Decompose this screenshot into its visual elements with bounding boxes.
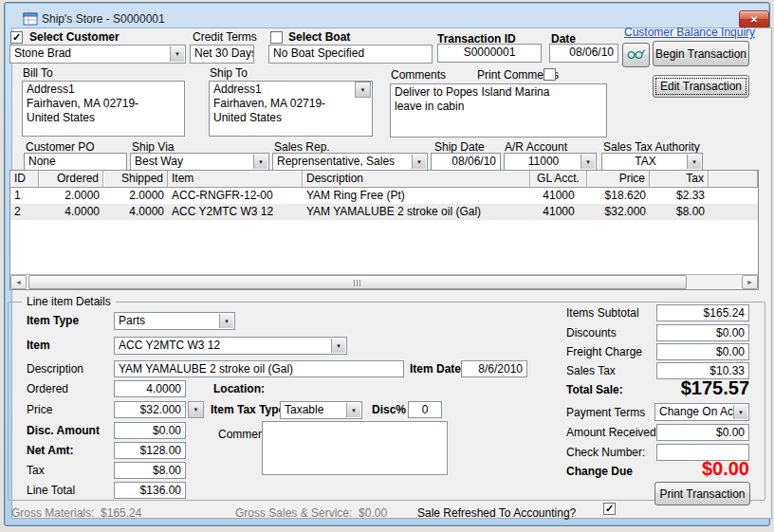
table-row[interactable]: 24.00004.0000ACC Y2MTC W3 12YAM YAMALUBE… xyxy=(10,204,758,220)
description-field[interactable]: YAM YAMALUBE 2 stroke oil (Gal) xyxy=(114,360,404,377)
table-cell: 4.0000 xyxy=(103,204,168,220)
table-cell: 2.0000 xyxy=(103,188,168,204)
table-cell: $32.000 xyxy=(587,204,650,220)
scrollbar-track[interactable] xyxy=(27,275,742,289)
dropdown-arrow-icon[interactable]: ▼ xyxy=(253,155,267,169)
dropdown-arrow-icon[interactable]: ▼ xyxy=(331,339,345,353)
scroll-left-icon[interactable]: ◄ xyxy=(10,275,27,289)
disc-amount-label: Disc. Amount xyxy=(27,424,100,437)
price-field[interactable]: $32.000 xyxy=(114,401,186,418)
dropdown-arrow-icon[interactable]: ▼ xyxy=(170,46,184,62)
print-comments-checkbox[interactable] xyxy=(544,68,556,81)
items-grid-body: 12.00002.0000ACC-RNGFR-12-00YAM Ring Fre… xyxy=(10,188,758,220)
credit-terms-label: Credit Terms xyxy=(193,30,257,44)
column-header[interactable] xyxy=(709,171,758,188)
edit-transaction-button[interactable]: Edit Transaction xyxy=(653,75,749,98)
net-amt-field[interactable]: $128.00 xyxy=(114,442,186,459)
transaction-id-field[interactable]: S0000001 xyxy=(437,44,542,63)
screen: Ship's Store - S0000001 ✕ ✓ Select Custo… xyxy=(0,0,774,532)
disc-pct-field[interactable]: 0 xyxy=(408,401,442,418)
ship-date-field[interactable]: 08/06/10 xyxy=(431,153,501,171)
amount-received-field[interactable]: $0.00 xyxy=(656,424,749,441)
begin-transaction-button[interactable]: Begin Transaction xyxy=(653,41,749,66)
customer-po-field[interactable]: None xyxy=(24,153,127,171)
discounts-field[interactable]: $0.00 xyxy=(656,324,749,341)
total-sale-label: Total Sale: xyxy=(566,383,623,396)
sales-tax-authority-select[interactable]: TAX ▼ xyxy=(601,153,703,171)
sales-rep-select[interactable]: Reprensentative, Sales ▼ xyxy=(272,153,428,171)
ship-to-box[interactable]: Address1 Fairhaven, MA 02719- United Sta… xyxy=(209,81,373,137)
disc-amount-field[interactable]: $0.00 xyxy=(114,422,186,439)
line-total-field[interactable]: $136.00 xyxy=(114,482,186,499)
column-header[interactable]: Ordered xyxy=(39,171,103,188)
ship-via-value: Best Way xyxy=(135,155,183,168)
dropdown-arrow-icon[interactable]: ▼ xyxy=(687,155,701,169)
price-dropdown-icon[interactable]: ▼ xyxy=(188,401,204,418)
customer-balance-inquiry-link[interactable]: Customer Balance Inquiry xyxy=(624,26,755,39)
column-header[interactable]: Price xyxy=(587,171,650,188)
ship-to-label: Ship To xyxy=(210,66,248,80)
line-tax-field[interactable]: $8.00 xyxy=(114,462,186,479)
scrollbar-grip xyxy=(354,280,362,286)
sale-refreshed-label: Sale Refreshed To Accounting? xyxy=(417,506,576,520)
dropdown-arrow-icon[interactable]: ▼ xyxy=(346,403,360,417)
comments-box[interactable]: Deliver to Popes Island Marina leave in … xyxy=(390,83,607,138)
column-header[interactable]: ID xyxy=(10,171,39,188)
bill-to-box[interactable]: Address1 Fairhaven, MA 02719- United Sta… xyxy=(22,81,185,137)
dropdown-arrow-icon[interactable]: ▼ xyxy=(412,155,426,169)
line-total-label: Line Total xyxy=(27,484,75,497)
item-tax-type-select[interactable]: Taxable ▼ xyxy=(280,401,362,419)
sales-rep-value: Reprensentative, Sales xyxy=(277,155,395,168)
items-subtotal-field: $165.24 xyxy=(656,304,749,321)
column-header[interactable]: Shipped xyxy=(103,171,168,188)
boat-field[interactable]: No Boat Specified xyxy=(268,45,433,64)
sale-refreshed-checkbox[interactable]: ✓ xyxy=(603,503,616,515)
item-select[interactable]: ACC Y2MTC W3 12 ▼ xyxy=(114,337,347,355)
ordered-field[interactable]: 4.0000 xyxy=(114,380,186,397)
column-header[interactable]: Description xyxy=(303,171,530,188)
discounts-label: Discounts xyxy=(566,326,617,339)
ar-account-label: A/R Account xyxy=(505,140,567,154)
change-due-value: $0.00 xyxy=(654,458,749,480)
item-date-field[interactable]: 8/6/2010 xyxy=(461,360,527,377)
check-icon: ✓ xyxy=(605,503,614,514)
date-field[interactable]: 08/06/10 xyxy=(549,44,618,63)
select-customer-checkbox[interactable]: ✓ xyxy=(10,31,23,44)
grid-horizontal-scrollbar[interactable]: ◄ ► xyxy=(10,274,758,289)
select-boat-checkbox[interactable] xyxy=(270,31,283,44)
freight-charge-field[interactable]: $0.00 xyxy=(656,343,749,360)
line-item-details-label: Line item Details xyxy=(22,295,116,308)
table-cell: $2.33 xyxy=(650,188,709,204)
scroll-right-icon[interactable]: ► xyxy=(742,275,758,289)
item-type-select[interactable]: Parts ▼ xyxy=(114,312,235,330)
table-cell: 2 xyxy=(10,204,39,220)
scrollbar-thumb[interactable] xyxy=(28,275,687,289)
price-label: Price xyxy=(27,403,52,416)
payment-terms-label: Payment Terms xyxy=(566,406,645,419)
table-cell: ACC-RNGFR-12-00 xyxy=(168,188,303,204)
change-due-label: Change Due xyxy=(566,465,633,478)
ship-via-select[interactable]: Best Way ▼ xyxy=(130,153,269,171)
column-header[interactable]: Item xyxy=(168,171,303,188)
credit-terms-field[interactable]: Net 30 Days xyxy=(190,45,254,64)
dropdown-arrow-icon[interactable]: ▼ xyxy=(733,405,747,419)
payment-terms-select[interactable]: Change On Acc ▼ xyxy=(654,403,749,421)
payment-terms-value: Change On Acc xyxy=(659,405,739,418)
print-transaction-button[interactable]: Print Transaction xyxy=(654,482,750,505)
ar-account-select[interactable]: 11000 ▼ xyxy=(504,153,597,171)
dropdown-arrow-icon[interactable]: ▼ xyxy=(580,155,595,169)
disc-pct-label: Disc% xyxy=(372,403,406,416)
table-cell: 1 xyxy=(10,188,39,204)
ship-to-dropdown-icon[interactable]: ▼ xyxy=(355,82,371,98)
total-sale-value: $175.57 xyxy=(654,377,749,399)
line-comments-box[interactable] xyxy=(262,421,448,475)
lookup-button[interactable] xyxy=(622,43,650,67)
table-cell: $18.620 xyxy=(587,188,650,204)
column-header[interactable]: Tax xyxy=(650,171,709,188)
column-header[interactable]: GL Acct. xyxy=(530,171,587,188)
sales-tax-authority-label: Sales Tax Authority xyxy=(603,140,700,154)
table-row[interactable]: 12.00002.0000ACC-RNGFR-12-00YAM Ring Fre… xyxy=(10,188,758,204)
bill-to-label: Bill To xyxy=(23,66,53,80)
dropdown-arrow-icon[interactable]: ▼ xyxy=(219,314,233,328)
customer-select[interactable]: Stone Brad ▼ xyxy=(9,45,186,64)
